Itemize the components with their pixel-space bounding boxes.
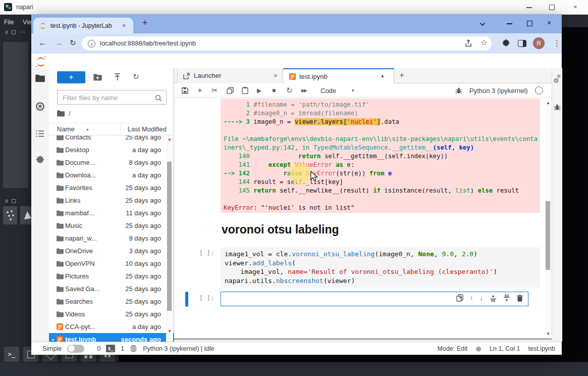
napari-close-button[interactable]: × xyxy=(573,4,577,10)
new-tab-button[interactable]: + xyxy=(142,18,148,28)
scroll-down-icon[interactable]: ▼ xyxy=(546,332,550,336)
file-browser-icon[interactable] xyxy=(35,74,45,82)
upload-icon[interactable] xyxy=(114,73,121,81)
tab-launcher[interactable]: Launcher × xyxy=(177,68,283,83)
file-row[interactable]: Favorites 25 days ago xyxy=(49,181,174,194)
tab-close-icon[interactable]: × xyxy=(122,22,126,29)
save-icon[interactable] xyxy=(181,86,189,94)
run-cell-icon[interactable]: ▶ xyxy=(257,87,261,94)
napari-maximize-button[interactable] xyxy=(549,5,555,10)
file-row[interactable]: Searches 25 days ago xyxy=(49,295,174,308)
file-row[interactable]: Docume... 8 days ago xyxy=(49,156,174,169)
cell-type-dropdown[interactable]: Code xyxy=(320,86,336,94)
tab-close-icon[interactable]: × xyxy=(274,72,278,79)
column-last-modified[interactable]: Last Modified xyxy=(120,123,167,135)
sort-arrow-icon[interactable]: ▲ xyxy=(86,127,89,131)
kernel-sessions-icon[interactable] xyxy=(130,345,137,352)
mode-indicator[interactable]: Mode: Edit xyxy=(438,345,468,352)
extension-manager-icon[interactable] xyxy=(35,155,45,165)
file-row[interactable]: mambaf... 11 days ago xyxy=(49,207,174,219)
reload-icon[interactable]: ↻ xyxy=(70,38,76,48)
scrollbar-thumb[interactable] xyxy=(167,162,172,311)
new-folder-icon[interactable] xyxy=(93,74,102,81)
file-row[interactable]: OneDrive 3 days ago xyxy=(49,245,174,257)
file-row[interactable]: Desktop a day ago xyxy=(49,144,174,156)
active-empty-cell[interactable]: ↑ ↓ xyxy=(221,292,528,306)
breadcrumb-root[interactable]: / xyxy=(69,110,71,117)
debugger-panel-bug-icon[interactable] xyxy=(554,104,561,111)
debugger-bug-icon[interactable] xyxy=(455,87,462,94)
file-row[interactable]: Music 25 days ago xyxy=(49,219,174,232)
file-row[interactable]: CCA-pyt... a day ago xyxy=(49,320,174,333)
browser-tab[interactable]: test.ipynb - JupyterLab × xyxy=(33,18,133,33)
share-icon[interactable] xyxy=(464,39,472,48)
kernel-status-text[interactable]: Python 3 (ipykernel) | Idle xyxy=(143,345,215,352)
file-row[interactable]: Videos 25 days ago xyxy=(49,308,174,320)
new-launcher-button[interactable]: + xyxy=(57,71,85,83)
side-panel-icon[interactable] xyxy=(518,40,526,47)
file-row[interactable]: Saved Ga... 25 days ago xyxy=(49,283,174,295)
file-row[interactable]: Contacts 25 days ago xyxy=(49,135,174,144)
restart-run-all-icon[interactable]: ▶▶ xyxy=(301,88,306,93)
file-row[interactable]: Pictures 25 days ago xyxy=(49,270,174,283)
kernel-status-icon[interactable] xyxy=(535,86,543,95)
insert-cell-above-icon[interactable] xyxy=(490,295,497,302)
table-of-contents-icon[interactable] xyxy=(35,129,45,138)
add-tab-button[interactable]: + xyxy=(399,70,404,80)
kernel-name[interactable]: Python 3 (ipykernel) xyxy=(469,86,528,94)
running-kernels-icon[interactable] xyxy=(35,102,45,111)
url-text[interactable]: localhost:8888/lab/tree/test.ipynb xyxy=(100,39,196,47)
napari-menu-view[interactable]: Vie xyxy=(23,19,31,26)
bookmark-star-icon[interactable]: ☆ xyxy=(480,38,488,48)
delete-cell-trash-icon[interactable] xyxy=(517,295,523,302)
napari-console-button[interactable]: >_ xyxy=(4,347,19,362)
duplicate-cell-icon[interactable] xyxy=(456,294,463,302)
cut-cells-icon[interactable]: ✂ xyxy=(211,86,218,95)
file-list-scrollbar[interactable]: ▲ ▼ xyxy=(166,135,173,342)
browser-close-button[interactable]: × xyxy=(547,20,551,26)
code-cell[interactable]: image1_vol = cle.voronoi_otsu_labeling(i… xyxy=(221,247,540,288)
trust-shield-icon[interactable]: ⊗ xyxy=(475,345,482,353)
back-icon[interactable]: ← xyxy=(38,38,47,48)
scroll-down-icon[interactable]: ▼ xyxy=(168,329,172,334)
simple-mode-toggle[interactable] xyxy=(67,345,84,353)
file-row[interactable]: Links 25 days ago xyxy=(49,194,174,207)
property-inspector-gears-icon[interactable]: ⚙ ⚙ xyxy=(553,74,561,83)
file-row[interactable]: OpenVPN 10 days ago xyxy=(49,257,174,270)
paste-cells-icon[interactable] xyxy=(242,86,248,94)
interrupt-kernel-icon[interactable]: ■ xyxy=(272,87,276,94)
insert-cell-icon[interactable]: + xyxy=(197,85,202,96)
restart-kernel-icon[interactable]: ↻ xyxy=(286,86,293,95)
file-row[interactable]: • test.ipynb seconds ago xyxy=(49,333,174,342)
refresh-icon[interactable]: ↻ xyxy=(133,72,139,81)
copy-cells-icon[interactable] xyxy=(227,87,234,94)
insert-cell-below-icon[interactable] xyxy=(503,295,510,302)
column-name[interactable]: Name xyxy=(57,125,75,133)
profile-avatar[interactable]: R xyxy=(533,37,545,49)
napari-new-shapes-layer-button[interactable] xyxy=(20,206,31,224)
dropdown-caret-icon[interactable]: ▾ xyxy=(352,88,354,93)
file-row[interactable]: Downloa... a day ago xyxy=(49,169,174,181)
notebook-scrollbar[interactable]: ▲ ▼ xyxy=(545,98,552,338)
tab-search-chevron-icon[interactable] xyxy=(479,22,486,26)
cursor-position[interactable]: Ln 1, Col 1 xyxy=(490,345,520,352)
forward-icon[interactable]: → xyxy=(55,38,63,48)
active-cell-indicator[interactable] xyxy=(185,292,188,307)
scroll-up-icon[interactable]: ▲ xyxy=(546,101,550,105)
tab-notebook[interactable]: test.ipynb ● xyxy=(283,68,394,83)
extensions-puzzle-icon[interactable] xyxy=(502,39,510,48)
address-bar[interactable]: i localhost:8888/lab/tree/test.ipynb ☆ xyxy=(82,36,492,51)
site-info-icon[interactable]: i xyxy=(88,40,95,48)
scrollbar-thumb[interactable] xyxy=(546,201,550,270)
napari-new-points-layer-button[interactable] xyxy=(3,206,17,224)
napari-minimize-button[interactable] xyxy=(526,7,532,8)
filter-files-input[interactable] xyxy=(62,93,154,102)
napari-menu-file[interactable]: File xyxy=(4,19,14,26)
home-folder-icon[interactable] xyxy=(57,110,65,117)
move-cell-up-icon[interactable]: ↑ xyxy=(470,294,473,302)
browser-minimize-button[interactable] xyxy=(507,23,512,24)
browser-menu-kebab-icon[interactable]: ⋮ xyxy=(553,39,561,48)
file-row[interactable]: napari_w... 9 days ago xyxy=(49,232,174,245)
move-cell-down-icon[interactable]: ↓ xyxy=(480,294,484,302)
scroll-up-icon[interactable]: ▲ xyxy=(168,137,172,142)
